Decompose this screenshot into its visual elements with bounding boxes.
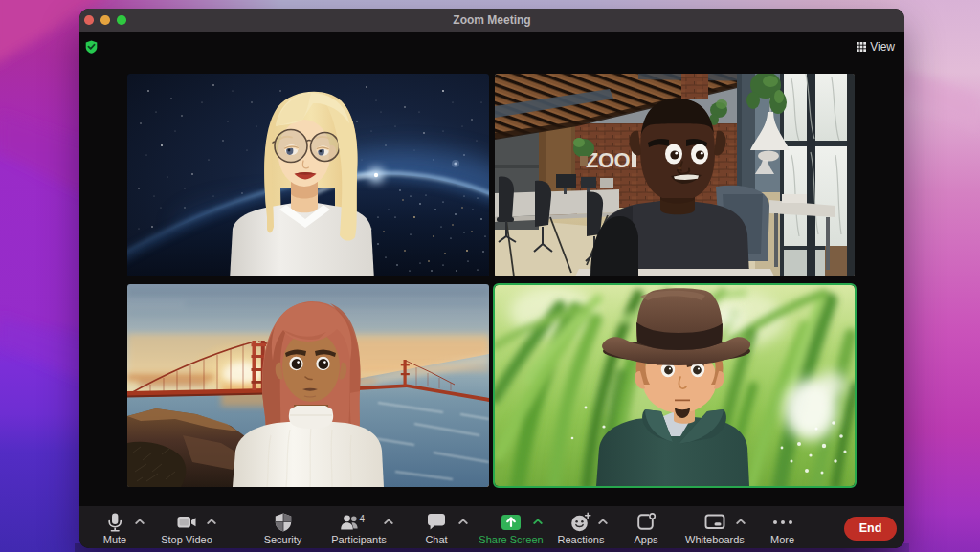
svg-text:4: 4 [360,514,366,524]
